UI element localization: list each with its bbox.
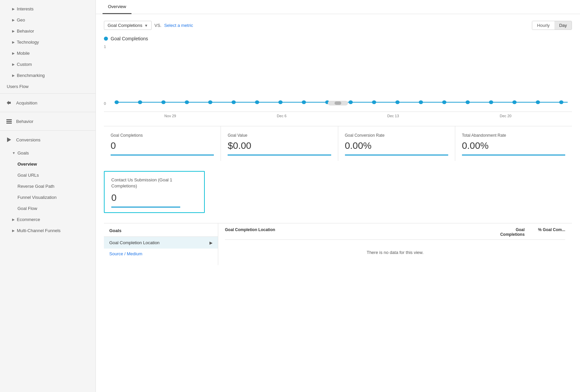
arrow-icon: ▶ [12, 40, 15, 44]
metric-card-label: Goal Conversion Rate [345, 133, 448, 138]
toggle-hourly[interactable]: Hourly [532, 21, 554, 30]
svg-point-20 [466, 100, 470, 104]
chart-x-dec13: Dec 13 [387, 114, 399, 118]
goal-box: Contact Us Submission (Goal 1 Completion… [104, 171, 205, 213]
metric-card-label: Goal Value [228, 133, 331, 138]
svg-point-24 [559, 100, 564, 104]
nav-arrow-icon: ▶ [209, 241, 212, 245]
sidebar-item-overview[interactable]: Overview [0, 159, 95, 170]
legend-label: Goal Completions [111, 36, 148, 41]
sidebar-category-conversions[interactable]: Conversions [0, 132, 95, 147]
tab-overview[interactable]: Overview [103, 0, 131, 14]
metric-card-bar [111, 155, 214, 156]
table-no-data: There is no data for this view. [225, 240, 565, 265]
svg-rect-0 [6, 119, 12, 120]
table-col-pct-completions: % Goal Com... [538, 227, 565, 237]
metric-card-value: 0.00% [462, 140, 565, 151]
time-toggles: Hourly Day [532, 21, 572, 30]
metric-card-goal-completions: Goal Completions 0 [104, 126, 221, 161]
metric-card-goal-value: Goal Value $0.00 [221, 126, 338, 161]
chart-y-bottom: 0 [104, 101, 106, 105]
svg-rect-2 [6, 123, 12, 124]
table-col-location: Goal Completion Location [225, 227, 275, 237]
legend-dot [104, 37, 108, 41]
sidebar-item-goal-flow[interactable]: Goal Flow [0, 203, 95, 214]
goals-nav-link-source-medium[interactable]: Source / Medium [104, 249, 218, 259]
sidebar-divider [0, 93, 95, 94]
metrics-row: Goal Completions 0 Goal Value $0.00 Goal… [104, 126, 572, 161]
sidebar-item-users-flow[interactable]: Users Flow [0, 81, 95, 92]
chart-x-dec20: Dec 20 [500, 114, 511, 118]
metric-card-label: Goal Completions [111, 133, 214, 138]
table-header-row: Goal Completion Location Goal Completion… [225, 223, 565, 240]
svg-point-17 [395, 100, 400, 104]
sidebar-item-geo[interactable]: ▶ Geo [0, 14, 95, 26]
main-content: Overview Goal Completions ▼ VS. Select a… [96, 0, 580, 392]
sidebar-category-acquisition[interactable]: Acquisition [0, 95, 95, 111]
goal-box-value: 0 [111, 192, 197, 203]
svg-point-23 [536, 100, 540, 104]
sidebar-item-custom[interactable]: ▶ Custom [0, 59, 95, 70]
svg-point-22 [512, 100, 517, 104]
metric-dropdown[interactable]: Goal Completions ▼ [104, 21, 152, 30]
table-col-completions: Goal Completions [500, 227, 525, 237]
sidebar-item-funnel-visualization[interactable]: Funnel Visualization [0, 192, 95, 203]
goals-nav: Goals Goal Completion Location ▶ Source … [104, 223, 218, 265]
behavior-icon [5, 118, 13, 125]
sidebar-item-mobile[interactable]: ▶ Mobile [0, 48, 95, 59]
svg-point-5 [115, 100, 119, 104]
svg-point-7 [161, 100, 166, 104]
goals-nav-header: Goals [104, 223, 218, 237]
arrow-icon: ▶ [12, 229, 15, 232]
acquisition-icon [5, 99, 13, 106]
arrow-icon: ▶ [12, 18, 15, 22]
arrow-icon: ▶ [12, 62, 15, 66]
metric-card-abandonment-rate: Total Abandonment Rate 0.00% [455, 126, 572, 161]
svg-point-18 [419, 100, 423, 104]
sidebar-divider-2 [0, 112, 95, 112]
svg-point-6 [138, 100, 142, 104]
svg-point-9 [208, 100, 212, 104]
sidebar-divider-3 [0, 130, 95, 131]
tabs-bar: Overview [96, 0, 580, 14]
arrow-icon: ▼ [12, 151, 15, 155]
metric-card-value: 0 [111, 140, 214, 151]
sidebar-item-goals[interactable]: ▼ Goals [0, 147, 95, 159]
svg-point-10 [232, 100, 236, 104]
sidebar-item-behavior[interactable]: ▶ Behavior [0, 26, 95, 37]
sidebar-category-behavior[interactable]: Behavior [0, 114, 95, 129]
arrow-icon: ▶ [12, 218, 15, 221]
svg-point-21 [489, 100, 493, 104]
conversions-icon [5, 136, 13, 143]
sidebar-item-interests[interactable]: ▶ Interests [0, 3, 95, 14]
goal-box-label: Contact Us Submission (Goal 1 Completion… [111, 177, 197, 189]
metric-selector: Goal Completions ▼ VS. Select a metric [104, 21, 193, 30]
sidebar-item-goal-urls[interactable]: Goal URLs [0, 170, 95, 181]
sidebar-item-reverse-goal-path[interactable]: Reverse Goal Path [0, 181, 95, 192]
chart-legend: Goal Completions [104, 36, 572, 41]
dropdown-arrow-icon: ▼ [144, 24, 148, 28]
top-controls: Goal Completions ▼ VS. Select a metric H… [104, 21, 572, 30]
chart-scroll-indicator[interactable] [328, 101, 348, 105]
metric-card-bar [345, 155, 448, 156]
goal-box-bar [111, 207, 180, 208]
svg-point-19 [442, 100, 447, 104]
chart-x-labels: Nov 29 Dec 6 Dec 13 Dec 20 [104, 112, 572, 118]
sidebar: ▶ Interests ▶ Geo ▶ Behavior ▶ Technolog… [0, 0, 96, 392]
sidebar-item-multi-channel[interactable]: ▶ Multi-Channel Funnels [0, 225, 95, 236]
svg-point-12 [278, 100, 283, 104]
select-metric-link[interactable]: Select a metric [164, 23, 193, 28]
sidebar-item-ecommerce[interactable]: ▶ Ecommerce [0, 214, 95, 225]
metric-card-conversion-rate: Goal Conversion Rate 0.00% [338, 126, 455, 161]
sidebar-item-benchmarking[interactable]: ▶ Benchmarking [0, 70, 95, 81]
sidebar-item-technology[interactable]: ▶ Technology [0, 37, 95, 48]
vs-label: VS. [154, 23, 161, 28]
metric-card-value: 0.00% [345, 140, 448, 151]
arrow-icon: ▶ [12, 29, 15, 33]
chart-scroll-handle [335, 101, 341, 105]
metric-card-value: $0.00 [228, 140, 331, 151]
toggle-day[interactable]: Day [554, 21, 572, 30]
goals-nav-item-completion-location[interactable]: Goal Completion Location ▶ [104, 237, 218, 249]
svg-rect-1 [6, 121, 12, 122]
sidebar-audience-section: ▶ Interests ▶ Geo ▶ Behavior ▶ Technolog… [0, 3, 95, 92]
